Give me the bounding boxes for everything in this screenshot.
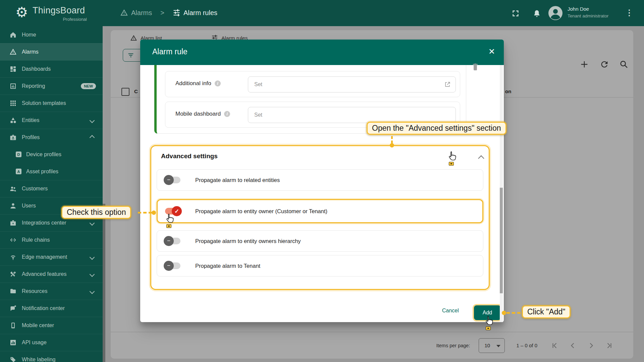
kebab-menu-icon[interactable]: ⋮ (625, 8, 633, 17)
sidebar-item-customers[interactable]: Customers (0, 180, 103, 197)
user-role: Tenant administrator (568, 13, 608, 18)
cursor-pointer-advanced (447, 151, 458, 167)
grid-icon (9, 100, 17, 107)
mobile-dashboard-label: Mobile dashboard (175, 111, 221, 117)
sidebar-item-rule-chains[interactable]: Rule chains (0, 231, 103, 248)
callout-open-advanced: Open the "Advanced settings" section (367, 122, 506, 135)
toggle-row-tenant[interactable]: − Propagate alarm to Tenant (157, 255, 483, 277)
chevron-down-icon (90, 254, 95, 260)
tools-icon (9, 270, 17, 278)
cursor-badge (449, 162, 454, 166)
warning-icon (120, 9, 128, 17)
dialog-header: Alarm rule ✕ (140, 40, 504, 65)
app-name: ThingsBoard (33, 5, 85, 16)
sidebar-item-device-profiles[interactable]: D Device profiles (0, 146, 103, 163)
badge-icon (9, 134, 17, 141)
top-header: Alarms > Alarm rules John Doe Tenant adm… (103, 0, 644, 26)
cursor-pointer-add (484, 315, 494, 331)
info-icon: i (224, 111, 230, 117)
tune-icon (173, 9, 180, 17)
toggle-off[interactable]: − (164, 238, 180, 244)
cursor-badge (166, 224, 171, 228)
toggle-off[interactable]: − (164, 177, 180, 183)
sidebar-item-mobile-center[interactable]: Mobile center (0, 317, 103, 334)
chevron-down-icon (90, 289, 95, 294)
callout-check-option: Check this option (61, 206, 131, 219)
notification-icon (9, 305, 17, 312)
report-icon (9, 82, 17, 90)
additional-info-input[interactable]: Set (248, 76, 456, 93)
notifications-bell-icon[interactable] (532, 9, 541, 18)
sidebar-item-resources[interactable]: Resources (0, 283, 103, 300)
sidebar-item-white-labeling[interactable]: White labeling (0, 351, 103, 362)
sidebar-item-dashboards[interactable]: Dashboards (0, 60, 103, 77)
callout-connector-dot (502, 311, 506, 315)
folder-icon (9, 288, 17, 295)
dialog-title: Alarm rule (152, 47, 187, 56)
home-icon (9, 31, 17, 39)
breadcrumb-alarms[interactable]: Alarms (131, 9, 152, 17)
callout-connector (391, 136, 393, 143)
cancel-button[interactable]: Cancel (442, 308, 459, 314)
new-badge: NEW (81, 83, 96, 89)
sidebar-item-asset-profiles[interactable]: A Asset profiles (0, 163, 103, 180)
bar-chart-icon (9, 339, 17, 346)
breadcrumb-alarm-rules: Alarm rules (183, 9, 217, 17)
breadcrumb-separator: > (160, 9, 164, 17)
logo-gear-icon: ⚙ (15, 4, 28, 20)
toggle-off[interactable]: − (164, 262, 180, 269)
person-icon (9, 202, 17, 209)
tag-icon (9, 356, 17, 362)
sidebar-item-advanced-features[interactable]: Advanced features (0, 265, 103, 283)
sidebar-item-edge-management[interactable]: Edge management (0, 248, 103, 265)
asset-profile-icon: A (16, 169, 21, 174)
sidebar-item-entities[interactable]: Entities (0, 112, 103, 129)
delete-rule-icon[interactable] (472, 63, 479, 71)
sidebar-item-notification-center[interactable]: Notification center (0, 300, 103, 317)
user-info[interactable]: John Doe Tenant administrator (568, 6, 608, 18)
chevron-down-icon (90, 220, 95, 226)
sidebar: ⚙ ThingsBoard Professional Home Alarms D… (0, 0, 103, 362)
sidebar-nav: Home Alarms Dashboards Reporting NEW Sol… (0, 26, 103, 362)
toggle-row-owners-hierarchy[interactable]: − Propagate alarm to entity owners hiera… (157, 230, 483, 252)
sidebar-item-api-usage[interactable]: API usage (0, 334, 103, 351)
avatar[interactable] (548, 6, 563, 20)
callout-connector-dot (152, 210, 156, 215)
dashboard-icon (9, 65, 17, 73)
phone-icon (9, 322, 17, 329)
scrollbar-thumb[interactable] (500, 188, 503, 293)
info-icon: i (215, 80, 221, 86)
device-profile-icon: D (16, 152, 21, 157)
callout-click-add: Click "Add" (522, 305, 571, 318)
cursor-pointer-toggle (165, 213, 175, 229)
open-in-new-icon[interactable] (444, 81, 451, 88)
callout-connector (506, 312, 521, 314)
chevron-down-icon (90, 118, 95, 123)
callout-connector (138, 212, 152, 214)
sidebar-item-reporting[interactable]: Reporting NEW (0, 77, 103, 95)
sidebar-item-home[interactable]: Home (0, 26, 103, 43)
toggle-row-entity-owner[interactable]: ✓ Propagate alarm to entity owner (Custo… (157, 199, 483, 223)
sidebar-item-profiles[interactable]: Profiles (0, 129, 103, 146)
chevron-down-icon (90, 272, 95, 277)
toggle-row-related-entities[interactable]: − Propagate alarm to related entities (157, 169, 483, 191)
chevron-up-icon (90, 135, 95, 140)
fullscreen-icon[interactable] (511, 9, 520, 18)
warning-icon (9, 48, 17, 56)
additional-info-label: Additional info (175, 80, 211, 87)
mobile-dashboard-input[interactable]: Set (248, 107, 456, 123)
antenna-icon (9, 253, 17, 261)
user-name: John Doe (568, 6, 608, 12)
dialog-scrollbar[interactable] (500, 65, 503, 322)
app-edition: Professional (33, 17, 87, 22)
sidebar-item-solution-templates[interactable]: Solution templates (0, 95, 103, 112)
close-icon[interactable]: ✕ (488, 47, 495, 56)
breadcrumb: Alarms > Alarm rules (120, 9, 217, 17)
app-logo[interactable]: ⚙ ThingsBoard Professional (0, 0, 103, 26)
sidebar-item-alarms[interactable]: Alarms (0, 43, 103, 60)
category-icon (9, 117, 17, 124)
cursor-badge (486, 326, 491, 330)
integration-icon (9, 219, 17, 227)
people-icon (9, 185, 17, 192)
advanced-settings-title: Advanced settings (161, 153, 218, 160)
